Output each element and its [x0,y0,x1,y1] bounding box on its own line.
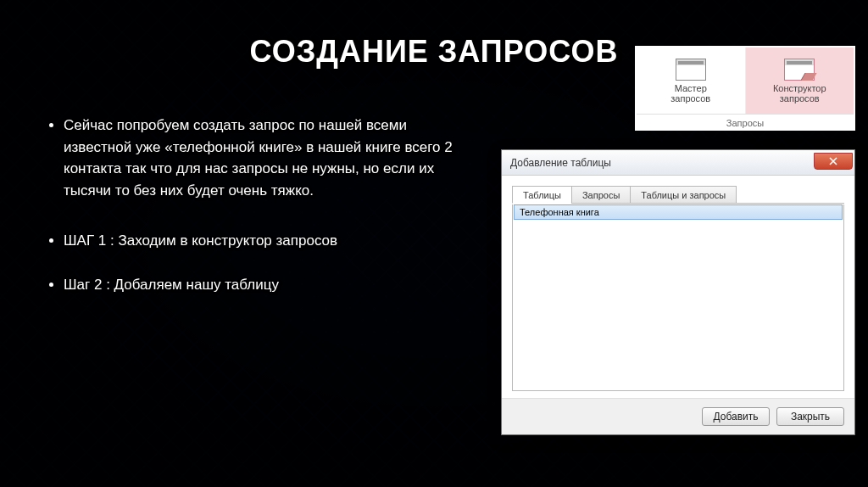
tab-tables[interactable]: Таблицы [512,186,572,204]
close-dialog-button[interactable]: Закрыть [776,407,844,426]
bullet-item: Сейчас попробуем создать запрос по нашей… [64,115,470,201]
dialog-button-row: Добавить Закрыть [502,398,854,434]
ribbon-btn-label: Конструктор [773,83,826,93]
dialog-title: Добавление таблицы [510,157,814,169]
tables-listbox[interactable]: Телефонная книга [512,204,844,391]
tab-both[interactable]: Таблицы и запросы [630,186,737,204]
ribbon-queries-group: Мастер запросов Конструктор запросов Зап… [635,46,855,131]
query-design-button[interactable]: Конструктор запросов [746,48,854,114]
query-wizard-button[interactable]: Мастер запросов [637,48,746,114]
ribbon-btn-label: запросов [780,93,820,104]
bullet-item: ШАГ 1 : Заходим в конструктор запросов [64,230,470,252]
query-design-icon [784,59,815,81]
dialog-body: Таблицы Запросы Таблицы и запросы Телефо… [502,176,854,398]
ribbon-btn-label: запросов [670,93,710,104]
add-table-dialog: Добавление таблицы Таблицы Запросы Табли… [501,149,855,435]
bullet-item: Шаг 2 : Добаляем нашу таблицу [64,274,470,296]
tab-queries[interactable]: Запросы [571,186,631,204]
dialog-titlebar[interactable]: Добавление таблицы [502,150,854,176]
close-button[interactable] [814,153,853,170]
dialog-tabs: Таблицы Запросы Таблицы и запросы [512,186,844,204]
close-icon [828,157,838,165]
ribbon-group-label: Запросы [637,114,854,131]
ribbon-btn-label: Мастер [675,83,707,93]
list-item[interactable]: Телефонная книга [514,204,843,220]
ribbon-body: Мастер запросов Конструктор запросов [637,48,854,114]
slide: СОЗДАНИЕ ЗАПРОСОВ Сейчас попробуем созда… [0,0,868,487]
bullet-list: Сейчас попробуем создать запрос по нашей… [64,115,470,317]
add-button[interactable]: Добавить [702,407,770,426]
query-wizard-icon [676,59,706,81]
